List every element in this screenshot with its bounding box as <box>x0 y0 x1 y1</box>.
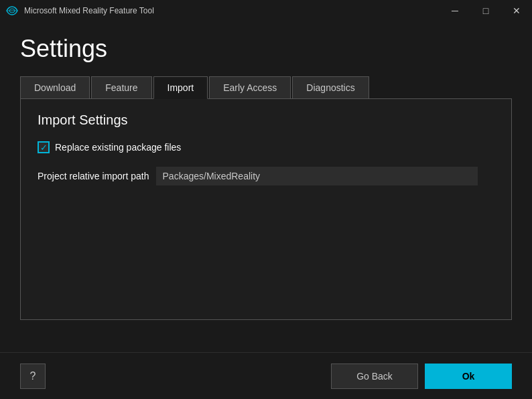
app-icon <box>5 4 19 17</box>
tab-download[interactable]: Download <box>20 76 90 98</box>
window-controls: ─ □ ✕ <box>440 0 532 21</box>
tab-diagnostics[interactable]: Diagnostics <box>292 76 369 98</box>
ok-button[interactable]: Ok <box>425 364 512 389</box>
footer-actions: Go Back Ok <box>331 364 512 389</box>
panel-title: Import Settings <box>38 112 494 128</box>
go-back-button[interactable]: Go Back <box>331 364 418 389</box>
replace-files-row: ✓ Replace existing package files <box>38 141 494 153</box>
minimize-button[interactable]: ─ <box>440 0 470 21</box>
app-title: Microsoft Mixed Reality Feature Tool <box>24 6 154 15</box>
main-content: Settings Download Feature Import Early A… <box>0 21 532 333</box>
tab-import[interactable]: Import <box>153 76 208 99</box>
replace-files-checkbox[interactable]: ✓ <box>38 141 50 153</box>
import-settings-panel: Import Settings ✓ Replace existing packa… <box>20 99 512 320</box>
titlebar: Microsoft Mixed Reality Feature Tool ─ □… <box>0 0 532 21</box>
footer: ? Go Back Ok <box>0 352 532 399</box>
close-button[interactable]: ✕ <box>501 0 532 21</box>
replace-files-label: Replace existing package files <box>55 142 181 153</box>
import-path-input[interactable] <box>156 167 478 185</box>
titlebar-left: Microsoft Mixed Reality Feature Tool <box>5 4 154 17</box>
import-path-row: Project relative import path <box>38 167 494 185</box>
page-title: Settings <box>20 35 512 63</box>
tab-feature[interactable]: Feature <box>91 76 151 98</box>
import-path-label: Project relative import path <box>38 171 149 181</box>
tab-bar: Download Feature Import Early Access Dia… <box>20 76 512 99</box>
maximize-button[interactable]: □ <box>470 0 501 21</box>
help-button[interactable]: ? <box>20 364 46 389</box>
tab-early-access[interactable]: Early Access <box>209 76 291 98</box>
checkmark-icon: ✓ <box>40 143 48 152</box>
